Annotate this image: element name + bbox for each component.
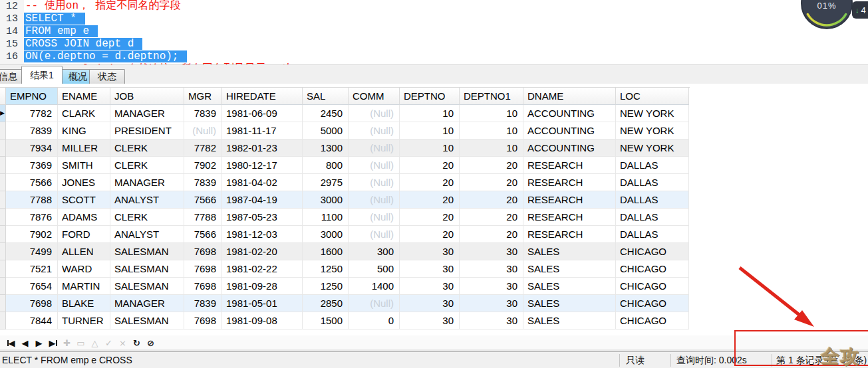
cell-sal[interactable]: 2850	[303, 295, 349, 312]
cell-sal[interactable]: 1250	[303, 278, 349, 295]
cell-sal[interactable]: 5000	[303, 122, 349, 139]
column-header-dname[interactable]: DNAME	[523, 88, 616, 105]
cell-deptno1[interactable]: 30	[460, 260, 523, 278]
cell-hiredate[interactable]: 1981-12-03	[222, 226, 303, 243]
cell-deptno[interactable]: 30	[400, 243, 460, 260]
cell-mgr[interactable]: 7698	[184, 260, 222, 278]
cell-dname[interactable]: SALES	[523, 278, 616, 295]
cell-comm[interactable]: (Null)	[349, 226, 400, 243]
cell-empno[interactable]: 7844	[6, 312, 58, 329]
cell-job[interactable]: MANAGER	[110, 295, 184, 312]
cell-loc[interactable]: DALLAS	[616, 174, 689, 191]
cell-job[interactable]: ANALYST	[110, 226, 184, 243]
cell-empno[interactable]: 7698	[6, 295, 58, 312]
column-header-mgr[interactable]: MGR	[184, 88, 222, 105]
cell-deptno1[interactable]: 20	[460, 209, 523, 226]
cell-sal[interactable]: 1300	[303, 139, 349, 157]
cell-comm[interactable]: 500	[349, 260, 400, 278]
cell-comm[interactable]: 1400	[349, 278, 400, 295]
cell-deptno1[interactable]: 10	[460, 139, 523, 157]
cell-comm[interactable]: (Null)	[349, 174, 400, 191]
cell-deptno1[interactable]: 30	[460, 312, 523, 329]
cell-deptno1[interactable]: 30	[460, 295, 523, 312]
cell-empno[interactable]: 7902	[6, 226, 58, 243]
cell-comm[interactable]: (Null)	[349, 122, 400, 139]
column-header-hiredate[interactable]: HIREDATE	[222, 88, 303, 105]
cell-hiredate[interactable]: 1981-02-20	[222, 243, 303, 260]
column-header-deptno1[interactable]: DEPTNO1	[460, 88, 523, 105]
tab-结果1[interactable]: 结果1	[21, 66, 63, 84]
cell-deptno1[interactable]: 20	[460, 174, 523, 191]
cell-deptno[interactable]: 30	[400, 312, 460, 329]
cell-hiredate[interactable]: 1981-09-08	[222, 312, 303, 329]
cell-empno[interactable]: 7369	[6, 157, 58, 174]
cell-job[interactable]: MANAGER	[110, 174, 184, 191]
cell-dname[interactable]: ACCOUNTING	[523, 105, 616, 122]
cell-sal[interactable]: 1500	[303, 312, 349, 329]
cell-comm[interactable]: 0	[349, 312, 400, 329]
last-record-button[interactable]: ▶	[46, 337, 60, 349]
cell-ename[interactable]: MILLER	[58, 139, 110, 157]
stop-button[interactable]: ⊘	[144, 337, 158, 349]
cell-deptno1[interactable]: 30	[460, 278, 523, 295]
cell-loc[interactable]: DALLAS	[616, 157, 689, 174]
next-record-button[interactable]: ▶	[32, 337, 46, 349]
cell-dname[interactable]: RESEARCH	[523, 191, 616, 209]
cell-mgr[interactable]: 7839	[184, 174, 222, 191]
cell-loc[interactable]: DALLAS	[616, 226, 689, 243]
row-selector[interactable]	[0, 226, 6, 243]
cell-deptno[interactable]: 30	[400, 295, 460, 312]
cell-deptno1[interactable]: 20	[460, 157, 523, 174]
column-header-deptno[interactable]: DEPTNO	[400, 88, 460, 105]
cell-job[interactable]: SALESMAN	[110, 260, 184, 278]
cell-sal[interactable]: 3000	[303, 226, 349, 243]
first-record-button[interactable]: ◀	[4, 337, 18, 349]
cell-hiredate[interactable]: 1987-05-23	[222, 209, 303, 226]
row-selector[interactable]	[0, 122, 6, 139]
cell-deptno[interactable]: 20	[400, 209, 460, 226]
cell-empno[interactable]: 7566	[6, 174, 58, 191]
row-selector[interactable]: ▶	[0, 105, 6, 122]
cell-deptno[interactable]: 20	[400, 157, 460, 174]
cell-hiredate[interactable]: 1981-09-28	[222, 278, 303, 295]
cell-loc[interactable]: CHICAGO	[616, 243, 689, 260]
cell-sal[interactable]: 3000	[303, 191, 349, 209]
prev-record-button[interactable]: ◀	[18, 337, 32, 349]
cell-loc[interactable]: NEW YORK	[616, 122, 689, 139]
cell-comm[interactable]: (Null)	[349, 157, 400, 174]
column-header-ename[interactable]: ENAME	[58, 88, 110, 105]
cell-deptno1[interactable]: 10	[460, 105, 523, 122]
cell-deptno[interactable]: 30	[400, 278, 460, 295]
cell-dname[interactable]: RESEARCH	[523, 226, 616, 243]
cell-loc[interactable]: NEW YORK	[616, 139, 689, 157]
cell-deptno1[interactable]: 30	[460, 243, 523, 260]
cell-sal[interactable]: 2975	[303, 174, 349, 191]
column-header-sal[interactable]: SAL	[303, 88, 349, 105]
row-selector[interactable]	[0, 191, 6, 209]
cell-mgr[interactable]: 7698	[184, 278, 222, 295]
cell-comm[interactable]: (Null)	[349, 209, 400, 226]
cell-ename[interactable]: ALLEN	[58, 243, 110, 260]
cell-dname[interactable]: SALES	[523, 295, 616, 312]
cell-hiredate[interactable]: 1981-02-22	[222, 260, 303, 278]
cell-dname[interactable]: RESEARCH	[523, 174, 616, 191]
cell-ename[interactable]: TURNER	[58, 312, 110, 329]
cell-dname[interactable]: SALES	[523, 260, 616, 278]
cell-job[interactable]: CLERK	[110, 157, 184, 174]
cell-empno[interactable]: 7839	[6, 122, 58, 139]
cell-job[interactable]: SALESMAN	[110, 243, 184, 260]
cell-loc[interactable]: CHICAGO	[616, 278, 689, 295]
cell-hiredate[interactable]: 1982-01-23	[222, 139, 303, 157]
cell-hiredate[interactable]: 1981-05-01	[222, 295, 303, 312]
cell-empno[interactable]: 7876	[6, 209, 58, 226]
cell-mgr[interactable]: 7788	[184, 209, 222, 226]
cell-dname[interactable]: ACCOUNTING	[523, 139, 616, 157]
cell-deptno1[interactable]: 20	[460, 226, 523, 243]
cell-mgr[interactable]: 7698	[184, 312, 222, 329]
cell-sal[interactable]: 1100	[303, 209, 349, 226]
cell-loc[interactable]: CHICAGO	[616, 295, 689, 312]
cell-sal[interactable]: 1600	[303, 243, 349, 260]
cell-ename[interactable]: WARD	[58, 260, 110, 278]
cell-loc[interactable]: DALLAS	[616, 209, 689, 226]
cell-deptno1[interactable]: 10	[460, 122, 523, 139]
